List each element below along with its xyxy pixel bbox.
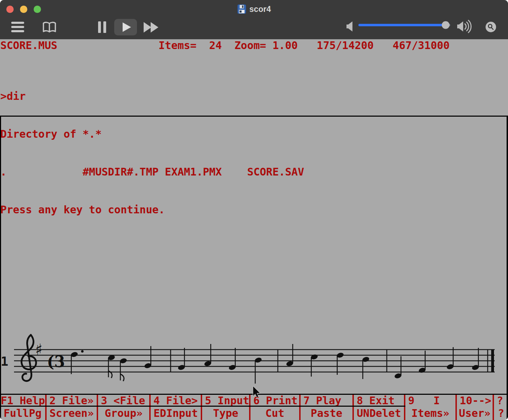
volume-slider[interactable] [358,21,450,29]
fkey-column-1[interactable]: F1 HelpFullPg [0,395,47,420]
fkey-top-label[interactable]: 6 Print [250,395,299,406]
app-window: scor4 [0,0,508,420]
fkey-top-label[interactable]: 4 File> [151,395,201,406]
fkey-top-label[interactable]: 5 Input [202,395,249,406]
fkey-top-label[interactable]: 9 I [405,395,455,406]
fkey-bottom-label[interactable]: Cut [250,406,299,420]
console-line: . #MUSDIR#.TMP EXAM1.PMX SCORE.SAV [0,166,304,178]
fkey-top-label[interactable]: 8 Exit [354,395,404,406]
console-output: >dir Directory of *.* . #MUSDIR#.TMP EXA… [0,65,304,241]
fkey-bottom-label[interactable]: Paste [301,406,352,420]
volume-high-icon [457,20,471,33]
fkey-column-5[interactable]: 5 InputType [202,395,250,420]
fkey-bottom-label[interactable]: FullPg [0,406,45,420]
fkey-column-3[interactable]: 3 <FileGroup» [98,395,151,420]
status-line: SCORE.MUS Items= 24 Zoom= 1.00 175/14200… [0,40,449,51]
fkey-bottom-label[interactable]: Group» [98,406,149,420]
fkey-top-label[interactable]: 2 File» [47,395,97,406]
fkey-bottom-label[interactable]: User» [457,406,493,420]
fkey-column-6[interactable]: 6 PrintCut [250,395,301,420]
fkey-column-11[interactable]: ?? [494,395,508,420]
fkey-column-4[interactable]: 4 File>EDInput [151,395,202,420]
fkey-column-8[interactable]: 8 ExitUNDelet [354,395,405,420]
search-icon[interactable] [486,22,496,32]
dos-screen: SCORE.MUS Items= 24 Zoom= 1.00 175/14200… [0,39,508,420]
console-line: >dir [0,90,304,103]
fkey-bottom-label[interactable]: UNDelet [354,406,404,420]
fkey-bottom-label[interactable]: Items» [405,406,455,420]
fkey-top-label[interactable]: 10--> [457,395,493,406]
hamburger-menu-icon[interactable] [11,22,24,32]
window-chrome: scor4 [0,0,508,39]
fkey-top-label[interactable]: 3 <File [98,395,149,406]
fkey-bottom-label[interactable]: Screen» [47,406,97,420]
fkey-top-label[interactable]: F1 Help [0,395,45,406]
console-line: Directory of *.* [0,128,304,140]
fkey-bottom-label[interactable]: ? [494,406,508,420]
book-icon[interactable] [43,22,55,32]
fkey-column-7[interactable]: 7 PlayPaste [301,395,354,420]
fkey-bottom-label[interactable]: EDInput [151,406,201,420]
pause-button[interactable] [98,21,106,33]
fast-forward-button[interactable] [144,22,158,33]
fkey-top-label[interactable]: ? [494,395,508,406]
menu-row-divider [0,406,405,407]
fkey-column-2[interactable]: 2 File»Screen» [47,395,98,420]
fkey-top-label[interactable]: 7 Play [301,395,352,406]
volume-low-icon [346,21,352,32]
fkey-bottom-label[interactable]: Type [202,406,249,420]
function-key-menu: F1 HelpFullPg2 File»Screen»3 <FileGroup»… [0,394,508,420]
console-line: Press any key to continue. [0,204,304,216]
play-button[interactable] [114,19,137,35]
fkey-column-9[interactable]: 9 IItems» [405,395,457,420]
volume-slider-knob[interactable] [442,21,449,29]
fkey-column-10[interactable]: 10-->User» [457,395,494,420]
